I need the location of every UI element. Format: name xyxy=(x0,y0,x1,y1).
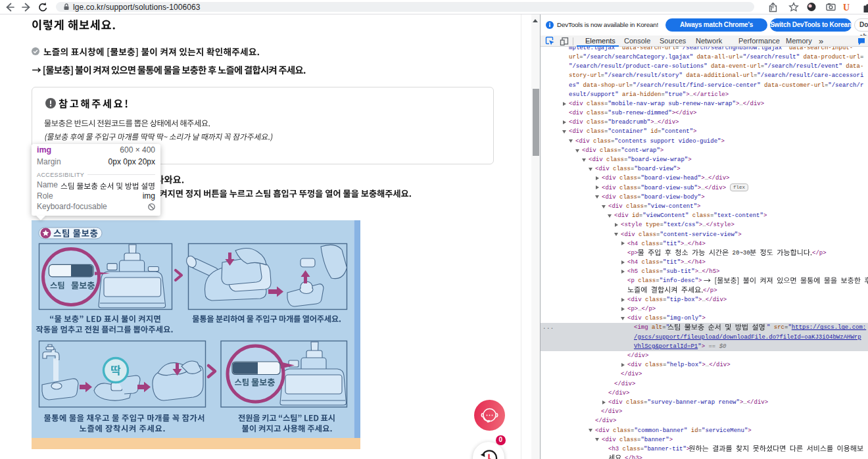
svg-text:U: U xyxy=(843,3,850,12)
